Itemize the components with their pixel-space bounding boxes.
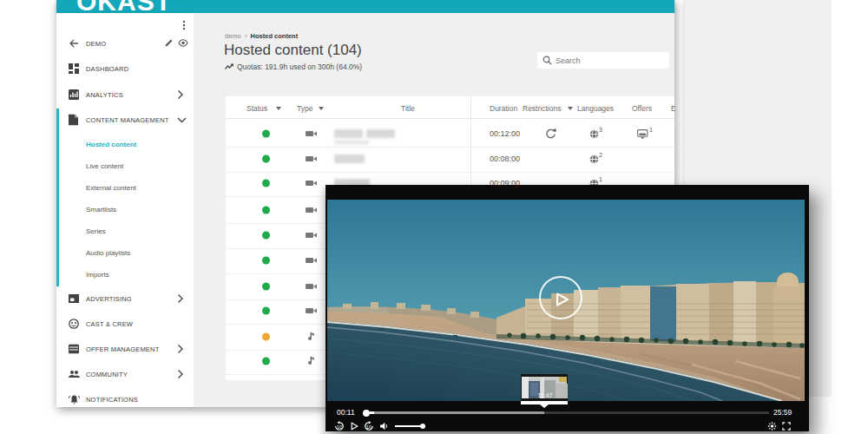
svg-text:10: 10: [337, 424, 342, 430]
svg-text:10: 10: [366, 424, 372, 430]
svg-text:11:47: 11:47: [538, 392, 553, 398]
